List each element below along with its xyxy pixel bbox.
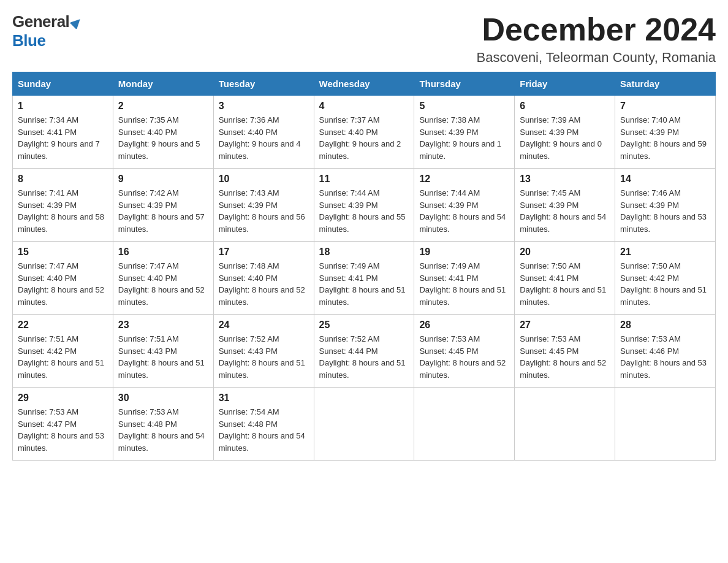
calendar-cell: 8 Sunrise: 7:41 AM Sunset: 4:39 PM Dayli… — [13, 169, 113, 242]
calendar-table: SundayMondayTuesdayWednesdayThursdayFrid… — [12, 72, 716, 461]
calendar-cell — [414, 388, 515, 461]
calendar-cell: 6 Sunrise: 7:39 AM Sunset: 4:39 PM Dayli… — [515, 96, 615, 169]
day-info: Sunrise: 7:44 AM Sunset: 4:39 PM Dayligh… — [319, 187, 409, 235]
calendar-cell: 16 Sunrise: 7:47 AM Sunset: 4:40 PM Dayl… — [113, 242, 213, 315]
day-number: 16 — [118, 247, 208, 258]
calendar-cell: 30 Sunrise: 7:53 AM Sunset: 4:48 PM Dayl… — [113, 388, 213, 461]
day-info: Sunrise: 7:47 AM Sunset: 4:40 PM Dayligh… — [118, 260, 208, 308]
calendar-cell: 28 Sunrise: 7:53 AM Sunset: 4:46 PM Dayl… — [615, 315, 716, 388]
calendar-header-sunday: Sunday — [13, 72, 113, 96]
calendar-cell: 4 Sunrise: 7:37 AM Sunset: 4:40 PM Dayli… — [314, 96, 414, 169]
day-number: 27 — [520, 320, 610, 331]
day-info: Sunrise: 7:42 AM Sunset: 4:39 PM Dayligh… — [118, 187, 208, 235]
calendar-cell: 10 Sunrise: 7:43 AM Sunset: 4:39 PM Dayl… — [213, 169, 314, 242]
day-info: Sunrise: 7:34 AM Sunset: 4:41 PM Dayligh… — [18, 114, 108, 162]
day-number: 1 — [18, 101, 108, 112]
day-info: Sunrise: 7:53 AM Sunset: 4:46 PM Dayligh… — [620, 333, 710, 381]
logo-general-text: General — [12, 12, 69, 31]
calendar-header-monday: Monday — [113, 72, 213, 96]
calendar-header-saturday: Saturday — [615, 72, 716, 96]
day-info: Sunrise: 7:47 AM Sunset: 4:40 PM Dayligh… — [18, 260, 108, 308]
day-number: 10 — [219, 174, 309, 185]
day-info: Sunrise: 7:49 AM Sunset: 4:41 PM Dayligh… — [319, 260, 409, 308]
calendar-cell: 19 Sunrise: 7:49 AM Sunset: 4:41 PM Dayl… — [414, 242, 515, 315]
day-info: Sunrise: 7:54 AM Sunset: 4:48 PM Dayligh… — [219, 406, 309, 454]
calendar-week-row: 8 Sunrise: 7:41 AM Sunset: 4:39 PM Dayli… — [13, 169, 716, 242]
calendar-header-tuesday: Tuesday — [213, 72, 314, 96]
day-number: 15 — [18, 247, 108, 258]
day-number: 2 — [118, 101, 208, 112]
day-number: 21 — [620, 247, 710, 258]
day-number: 30 — [118, 393, 208, 404]
day-number: 7 — [620, 101, 710, 112]
calendar-cell: 22 Sunrise: 7:51 AM Sunset: 4:42 PM Dayl… — [13, 315, 113, 388]
day-info: Sunrise: 7:38 AM Sunset: 4:39 PM Dayligh… — [419, 114, 509, 162]
month-title: December 2024 — [477, 12, 716, 47]
calendar-cell: 2 Sunrise: 7:35 AM Sunset: 4:40 PM Dayli… — [113, 96, 213, 169]
day-number: 22 — [18, 320, 108, 331]
calendar-cell: 27 Sunrise: 7:53 AM Sunset: 4:45 PM Dayl… — [515, 315, 615, 388]
calendar-cell: 5 Sunrise: 7:38 AM Sunset: 4:39 PM Dayli… — [414, 96, 515, 169]
calendar-cell: 14 Sunrise: 7:46 AM Sunset: 4:39 PM Dayl… — [615, 169, 716, 242]
location-title: Bascoveni, Teleorman County, Romania — [477, 50, 716, 66]
calendar-week-row: 29 Sunrise: 7:53 AM Sunset: 4:47 PM Dayl… — [13, 388, 716, 461]
calendar-week-row: 1 Sunrise: 7:34 AM Sunset: 4:41 PM Dayli… — [13, 96, 716, 169]
day-info: Sunrise: 7:51 AM Sunset: 4:43 PM Dayligh… — [118, 333, 208, 381]
day-info: Sunrise: 7:40 AM Sunset: 4:39 PM Dayligh… — [620, 114, 710, 162]
day-info: Sunrise: 7:37 AM Sunset: 4:40 PM Dayligh… — [319, 114, 409, 162]
logo-arrow-icon — [70, 17, 83, 29]
day-number: 4 — [319, 101, 409, 112]
day-number: 28 — [620, 320, 710, 331]
calendar-cell: 29 Sunrise: 7:53 AM Sunset: 4:47 PM Dayl… — [13, 388, 113, 461]
day-number: 25 — [319, 320, 409, 331]
calendar-cell — [314, 388, 414, 461]
calendar-cell: 25 Sunrise: 7:52 AM Sunset: 4:44 PM Dayl… — [314, 315, 414, 388]
day-info: Sunrise: 7:51 AM Sunset: 4:42 PM Dayligh… — [18, 333, 108, 381]
logo-blue-text: Blue — [12, 31, 45, 50]
day-number: 29 — [18, 393, 108, 404]
day-number: 12 — [419, 174, 509, 185]
day-info: Sunrise: 7:52 AM Sunset: 4:44 PM Dayligh… — [319, 333, 409, 381]
calendar-cell: 12 Sunrise: 7:44 AM Sunset: 4:39 PM Dayl… — [414, 169, 515, 242]
page-header: General Blue December 2024 Bascoveni, Te… — [12, 12, 716, 66]
calendar-header-row: SundayMondayTuesdayWednesdayThursdayFrid… — [13, 72, 716, 96]
calendar-cell: 11 Sunrise: 7:44 AM Sunset: 4:39 PM Dayl… — [314, 169, 414, 242]
day-info: Sunrise: 7:48 AM Sunset: 4:40 PM Dayligh… — [219, 260, 309, 308]
svg-marker-0 — [70, 17, 83, 29]
day-number: 6 — [520, 101, 610, 112]
calendar-cell: 7 Sunrise: 7:40 AM Sunset: 4:39 PM Dayli… — [615, 96, 716, 169]
calendar-cell: 3 Sunrise: 7:36 AM Sunset: 4:40 PM Dayli… — [213, 96, 314, 169]
day-info: Sunrise: 7:43 AM Sunset: 4:39 PM Dayligh… — [219, 187, 309, 235]
calendar-cell — [515, 388, 615, 461]
calendar-cell: 13 Sunrise: 7:45 AM Sunset: 4:39 PM Dayl… — [515, 169, 615, 242]
calendar-header-wednesday: Wednesday — [314, 72, 414, 96]
day-number: 26 — [419, 320, 509, 331]
title-section: December 2024 Bascoveni, Teleorman Count… — [477, 12, 716, 66]
day-info: Sunrise: 7:50 AM Sunset: 4:42 PM Dayligh… — [620, 260, 710, 308]
day-number: 23 — [118, 320, 208, 331]
day-info: Sunrise: 7:41 AM Sunset: 4:39 PM Dayligh… — [18, 187, 108, 235]
day-info: Sunrise: 7:45 AM Sunset: 4:39 PM Dayligh… — [520, 187, 610, 235]
day-number: 14 — [620, 174, 710, 185]
calendar-cell: 15 Sunrise: 7:47 AM Sunset: 4:40 PM Dayl… — [13, 242, 113, 315]
day-info: Sunrise: 7:39 AM Sunset: 4:39 PM Dayligh… — [520, 114, 610, 162]
day-info: Sunrise: 7:52 AM Sunset: 4:43 PM Dayligh… — [219, 333, 309, 381]
day-info: Sunrise: 7:35 AM Sunset: 4:40 PM Dayligh… — [118, 114, 208, 162]
day-number: 9 — [118, 174, 208, 185]
calendar-cell: 26 Sunrise: 7:53 AM Sunset: 4:45 PM Dayl… — [414, 315, 515, 388]
day-info: Sunrise: 7:53 AM Sunset: 4:45 PM Dayligh… — [520, 333, 610, 381]
calendar-cell: 24 Sunrise: 7:52 AM Sunset: 4:43 PM Dayl… — [213, 315, 314, 388]
day-number: 17 — [219, 247, 309, 258]
day-number: 3 — [219, 101, 309, 112]
day-info: Sunrise: 7:36 AM Sunset: 4:40 PM Dayligh… — [219, 114, 309, 162]
calendar-cell: 18 Sunrise: 7:49 AM Sunset: 4:41 PM Dayl… — [314, 242, 414, 315]
calendar-cell: 9 Sunrise: 7:42 AM Sunset: 4:39 PM Dayli… — [113, 169, 213, 242]
day-info: Sunrise: 7:53 AM Sunset: 4:48 PM Dayligh… — [118, 406, 208, 454]
day-number: 18 — [319, 247, 409, 258]
day-number: 11 — [319, 174, 409, 185]
day-number: 13 — [520, 174, 610, 185]
day-info: Sunrise: 7:49 AM Sunset: 4:41 PM Dayligh… — [419, 260, 509, 308]
day-info: Sunrise: 7:53 AM Sunset: 4:45 PM Dayligh… — [419, 333, 509, 381]
calendar-cell: 23 Sunrise: 7:51 AM Sunset: 4:43 PM Dayl… — [113, 315, 213, 388]
calendar-cell: 17 Sunrise: 7:48 AM Sunset: 4:40 PM Dayl… — [213, 242, 314, 315]
